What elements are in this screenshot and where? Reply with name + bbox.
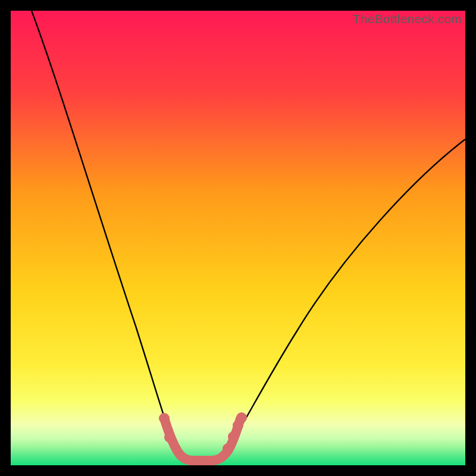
- chart-frame: TheBottleneck.com: [11, 11, 465, 465]
- watermark-text: TheBottleneck.com: [353, 12, 462, 26]
- svg-point-3: [223, 443, 233, 454]
- plot-area: TheBottleneck.com: [11, 11, 465, 465]
- curve-layer: [11, 11, 465, 465]
- svg-point-6: [236, 412, 247, 423]
- svg-point-4: [228, 431, 239, 442]
- svg-point-1: [159, 413, 170, 424]
- bottleneck-curve: [32, 11, 465, 458]
- svg-point-2: [164, 432, 175, 443]
